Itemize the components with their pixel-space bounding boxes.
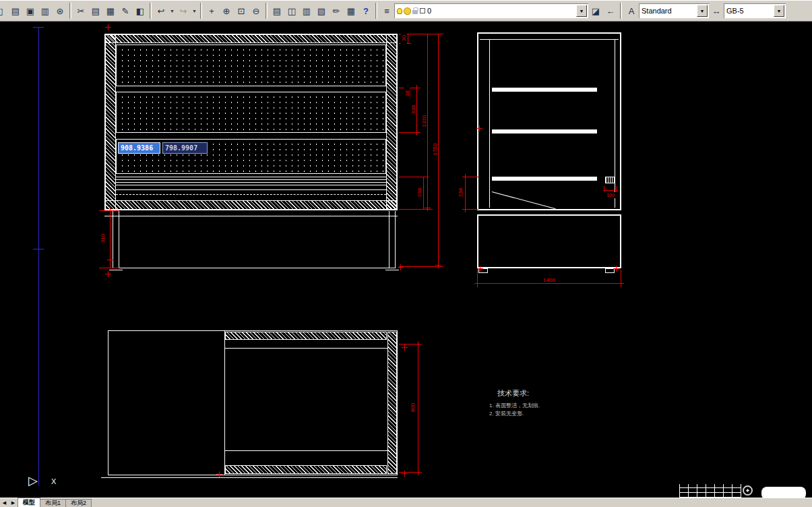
text-style-combo-arrow[interactable]: ▼ [697,5,708,17]
zoom-realtime-button[interactable]: ⊕ [219,3,234,19]
tab-nav-next-button[interactable]: ▶ [9,498,18,507]
layer-freeze-sun-icon[interactable] [404,8,410,14]
dim-line-overall-height [438,34,439,266]
designcenter-button[interactable]: ◫ [284,3,299,19]
dim-tick-cross [476,125,482,131]
tab-layout1[interactable]: 布局1 [40,499,66,507]
side-view-shelf-2 [492,129,597,133]
tab-model-label: 模型 [23,499,35,506]
layer-combo-arrow[interactable]: ▼ [576,5,587,17]
layer-on-bulb-icon[interactable] [397,8,402,14]
dynamic-input-x-field[interactable]: 908.9386 [118,142,160,154]
dim-style-combo[interactable]: GB-5 ▼ [724,3,786,18]
layer-properties-button[interactable]: ≡ [379,3,394,19]
block-editor-button[interactable]: ◧ [133,3,148,19]
redo-dropdown-button[interactable]: ▼ [191,3,198,19]
dim-label-panel-pitch: 338 [410,96,416,123]
chevron-down-icon: ▼ [700,9,705,13]
dynamic-input-y-field[interactable]: 798.9907 [162,142,208,154]
layer-states-button[interactable]: ◪ [588,3,603,19]
top-view-inner-line [225,348,387,349]
dim-tick-cross [462,174,468,180]
dim-tick-cross [618,280,624,287]
copy-icon: ▤ [92,6,100,16]
dim-style-button[interactable]: ↔ [709,3,724,19]
dim-line-top-band [408,34,408,43]
zoom-previous-button[interactable]: ⊖ [249,3,263,19]
dim-extension-line [399,177,429,177]
standard-toolbar: ▯ ▤ ▣ ▥ ⊛ ✂ ▤ ▦ ✎ ◧ ↩ ▼ ↪ ▼ + ⊕ ⊡ ⊖ ▤ ◫ … [0,0,812,22]
publish-icon: ▥ [41,6,49,16]
text-style-value: Standard [642,7,672,15]
tech-requirements-note: 2. 安装无变形. [489,410,524,417]
layer-color-swatch[interactable] [420,8,425,13]
dim-tick-cross [398,264,404,270]
front-view-left-foot [109,270,123,270]
ucs-x-axis-label: X [51,477,56,485]
toolbar-separator [266,3,268,19]
dim-style-combo-arrow[interactable]: ▼ [774,5,784,17]
pan-button[interactable]: + [204,3,219,19]
dim-tick-cross [105,271,111,277]
zoom-previous-icon: ⊖ [253,6,260,16]
properties-button[interactable]: ▤ [270,3,284,19]
text-style-button[interactable]: A [624,3,639,19]
quickcalc-icon: ▦ [347,6,355,16]
dim-line-body-height [427,34,428,209]
new-button[interactable]: ▯ [0,3,8,19]
zoom-window-button[interactable]: ⊡ [234,3,249,19]
tab-nav-prev-button[interactable]: ◀ [0,498,9,507]
help-icon: ? [363,6,369,16]
undo-button[interactable]: ↩ [154,3,168,19]
layer-combo[interactable]: 0 ▼ [394,3,588,18]
copy-button[interactable]: ▤ [88,3,103,19]
match-properties-button[interactable]: ✎ [118,3,133,19]
chevron-down-icon: ▼ [580,9,584,13]
redo-button[interactable]: ↪ [176,3,191,19]
help-button[interactable]: ? [358,3,373,19]
layer-lock-icon[interactable] [412,10,418,14]
markup-button[interactable]: ✏ [329,3,344,19]
toolbar-separator [620,3,622,19]
print-button[interactable]: ▤ [8,3,23,19]
paste-button[interactable]: ▦ [103,3,118,19]
properties-icon: ▤ [273,6,281,16]
toolbar-separator [375,3,377,19]
cut-button[interactable]: ✂ [73,3,88,19]
quickcalc-button[interactable]: ▦ [344,3,358,19]
print-preview-button[interactable]: ▣ [23,3,38,19]
undo-dropdown-button[interactable]: ▼ [168,3,176,19]
hyperlink-button[interactable]: ⊛ [53,3,67,19]
side-view-diagonal-line [492,191,556,209]
text-style-combo[interactable]: Standard ▼ [639,3,709,18]
tool-palettes-icon: ▥ [303,6,311,16]
print-icon: ▤ [11,6,20,16]
layer-previous-button[interactable]: ← [603,3,618,19]
dim-label-top-band: 30 [401,25,407,52]
dim-tick-cross [415,341,421,347]
markup-icon: ✏ [333,6,340,16]
front-view-right-leg-line [395,211,396,268]
dim-line-overall-width [477,283,621,284]
chevron-down-icon: ▼ [192,9,197,13]
sheet-set-manager-button[interactable]: ▧ [314,3,329,19]
tab-layout2[interactable]: 布局2 [65,499,92,507]
publish-button[interactable]: ▥ [38,3,53,19]
drawing-canvas[interactable]: 310 30 38 338 1320 1750 238 [0,22,812,498]
dim-line-slot-width [604,190,617,191]
tab-model[interactable]: 模型 [18,498,40,507]
top-view-baseline [101,477,398,478]
front-view-slat-line [116,189,386,190]
toolbar-separator [150,3,152,19]
top-view-hatch-bottom [225,465,387,474]
dim-tick-cross [107,257,113,263]
dim-tick-cross [414,129,420,136]
tool-palettes-button[interactable]: ▥ [299,3,314,19]
paste-icon: ▦ [106,6,115,16]
top-view-hatch-top [225,332,387,340]
designcenter-icon: ◫ [288,6,296,16]
side-view-inner-right-line [615,39,615,208]
dim-tick-cross [105,24,111,30]
pan-icon: + [209,6,214,16]
application-window: ▯ ▤ ▣ ▥ ⊛ ✂ ▤ ▦ ✎ ◧ ↩ ▼ ↪ ▼ + ⊕ ⊡ ⊖ ▤ ◫ … [0,0,812,507]
